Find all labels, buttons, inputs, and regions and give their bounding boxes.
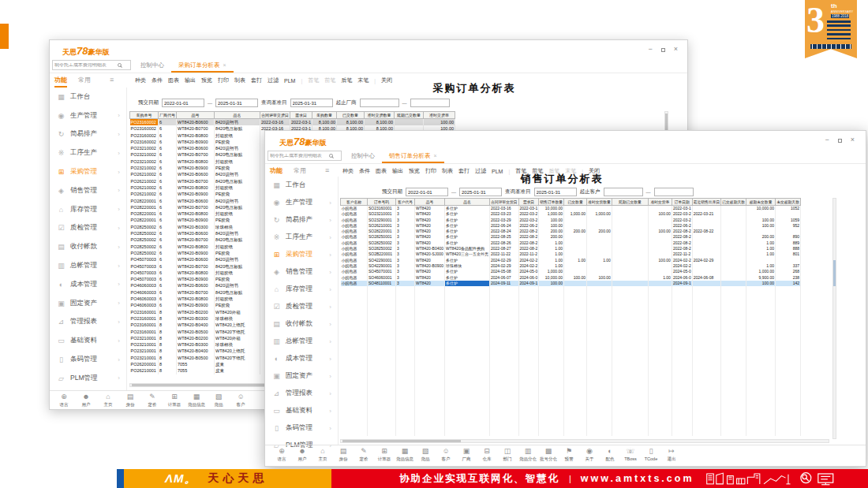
sidebar-item-ledger[interactable]: ▥总帐管理›	[50, 256, 126, 275]
cell-item-no[interactable]: WT8420-B0300	[177, 315, 215, 322]
cell-vendor-code[interactable]: 6	[159, 296, 177, 302]
cell-order-date[interactable]: 2024-02-2	[672, 263, 692, 269]
cell-customer-name[interactable]: 小皖电器	[341, 263, 368, 269]
cell-overdue-undelivered-qty[interactable]: 1.00	[746, 246, 776, 251]
cell-ontime-rate[interactable]: 100.00	[648, 258, 672, 263]
cell-demand-date[interactable]: 2024-05-0	[518, 269, 539, 274]
cell-po-no[interactable]: PO28220001	[130, 204, 159, 210]
cell-item-no[interactable]: 7055	[177, 367, 215, 374]
cell-item-no[interactable]: 7055	[177, 361, 215, 367]
cell-customer-code[interactable]: 3	[396, 206, 415, 212]
cell-late-delivered-qty[interactable]	[612, 206, 648, 212]
cell-customer-name[interactable]: 小皖电器	[341, 229, 368, 234]
cell-delivered-qty[interactable]	[564, 218, 587, 223]
cell-customer-code[interactable]: 3	[396, 240, 415, 246]
cell-item-name[interactable]: 封箱胶纸	[215, 184, 260, 191]
cell-item-name[interactable]: 8420电压标贴	[215, 263, 260, 270]
menu-template-print[interactable]: 套打	[251, 76, 262, 84]
cell-ontime-rate[interactable]	[648, 240, 672, 246]
cell-so-qty[interactable]: 100.00	[539, 281, 564, 286]
cell-order-date[interactable]: 2022-03-2	[672, 211, 692, 217]
cell-item-no[interactable]: WT8420-B0900	[177, 139, 215, 145]
cell-contract-review-date[interactable]: 2022-06-24	[489, 223, 518, 229]
cell-so-no[interactable]: SO28250002	[368, 240, 396, 246]
cell-vendor-code[interactable]: 8	[159, 315, 177, 322]
cell-last-shipment-date[interactable]: 2022-03-21	[692, 211, 721, 217]
cell-po-no[interactable]: PO26210002	[130, 171, 159, 177]
cell-contract-review-date[interactable]: 2022-08-26	[489, 240, 518, 246]
cell-delivered-overdue-days[interactable]	[721, 246, 746, 251]
cell-delivered-qty[interactable]	[564, 269, 587, 274]
cell-po-no[interactable]: PO46060003	[130, 302, 159, 308]
report-search-box[interactable]	[268, 151, 342, 161]
toolbar-item-item-info[interactable]: ▦货品信息	[395, 447, 415, 462]
grid-vertical-scrollbar[interactable]	[832, 198, 836, 439]
tab-sales-analysis[interactable]: 销售订单分析表×	[382, 148, 444, 163]
cell-delivered-qty[interactable]: 100.00	[564, 275, 587, 281]
cell-item-name[interactable]: 皮束	[215, 367, 260, 374]
search-input[interactable]	[54, 63, 118, 68]
cell-item-no[interactable]: WT8420-B0300	[177, 224, 215, 230]
date-from-input[interactable]	[406, 188, 448, 196]
cell-overdue-undelivered-qty[interactable]: 9,900.00	[746, 275, 776, 281]
cell-item-name[interactable]: PE胶袋	[215, 302, 260, 308]
cell-delivered-qty[interactable]: 1.00	[564, 258, 587, 263]
scrollbar-thumb[interactable]	[342, 440, 461, 442]
restore-button[interactable]	[838, 136, 842, 143]
cell-so-qty[interactable]: 100.00	[539, 223, 564, 229]
sidebar-item-reports[interactable]: ⊿管理报表›	[265, 385, 338, 402]
cell-vendor-code[interactable]: 8	[159, 341, 177, 348]
menu-chart[interactable]: 图表	[376, 167, 387, 175]
cell-last-shipment-date[interactable]	[692, 251, 721, 257]
toolbar-item-tcode[interactable]: ▯TCode	[641, 447, 661, 461]
cell-item-no[interactable]: WT8420	[415, 223, 445, 229]
vendor-to-input[interactable]	[410, 99, 450, 107]
cell-ontime-qty[interactable]	[587, 251, 612, 257]
cell-po-no[interactable]: PO28220001	[130, 198, 159, 204]
toolbar-item-department[interactable]: ◫部门	[497, 447, 518, 462]
cell-last-shipment-date[interactable]	[692, 269, 721, 274]
cell-item-no[interactable]: WT8420	[415, 281, 445, 286]
cell-late-delivered-qty[interactable]	[612, 258, 648, 263]
sidebar-item-cost[interactable]: ◐成本管理›	[50, 275, 126, 294]
cell-customer-name[interactable]: 小皖电器	[341, 211, 368, 217]
sidebar-item-process-production[interactable]: ※工序生产›	[265, 229, 338, 246]
cell-vendor-code[interactable]: 6	[159, 244, 177, 250]
cell-so-qty[interactable]: 1.00	[539, 240, 564, 246]
cell-delivered-qty[interactable]	[564, 240, 587, 246]
toolbar-item-calculator[interactable]: ⊞计算器	[374, 447, 395, 462]
cell-undelivered-overdue-days[interactable]: 142	[776, 281, 801, 286]
cell-contract-review-date[interactable]: 2024-02-29	[489, 263, 518, 269]
cell-po-no[interactable]: PO28250002	[130, 250, 159, 256]
cell-item-no[interactable]: WT8420-B0700	[177, 289, 215, 296]
cell-po-no[interactable]: PO26200001	[130, 361, 159, 367]
cell-vendor-code[interactable]: 6	[159, 217, 177, 223]
cell-customer-code[interactable]: 3	[396, 258, 415, 263]
cell-vendor-code[interactable]: 8	[159, 309, 177, 315]
cell-purchase-qty[interactable]: 8,100.00	[312, 119, 337, 126]
cell-po-no[interactable]: PO26210002	[130, 184, 159, 191]
cell-po-no[interactable]: PO23160002	[130, 119, 159, 126]
sidebar-item-plm[interactable]: ▱PLM管理›	[50, 369, 126, 388]
cell-vendor-code[interactable]: 6	[159, 250, 177, 256]
cell-so-qty[interactable]: 10,000.00	[539, 275, 564, 281]
cell-po-no[interactable]: PO23210002	[130, 158, 159, 165]
cell-item-name[interactable]: 多仕炉	[445, 240, 490, 246]
cell-undelivered-overdue-days[interactable]: 888	[776, 246, 801, 251]
toolbar-item-language[interactable]: ⊕语言	[271, 447, 292, 462]
cell-vendor-code[interactable]: 6	[159, 139, 177, 145]
cell-item-name[interactable]: 封箱胶纸	[215, 210, 260, 217]
cell-delivered-overdue-days[interactable]	[721, 240, 746, 246]
menu-condition[interactable]: 条件	[359, 167, 370, 175]
cell-undelivered-overdue-days[interactable]: 1059	[776, 218, 801, 223]
tab-purchase-analysis[interactable]: 采购订单分析表×	[171, 58, 234, 73]
cell-po-no[interactable]: PO23160001	[130, 322, 159, 328]
cell-ontime-qty[interactable]	[587, 269, 612, 274]
cell-last-shipment-date[interactable]	[692, 234, 721, 240]
cell-item-no[interactable]: WT8420-B0700	[177, 151, 215, 158]
cell-ontime-rate[interactable]	[648, 218, 672, 223]
cell-item-name[interactable]: 多仕炉	[445, 234, 490, 240]
cell-demand-date[interactable]: 2022-11-2	[518, 251, 539, 257]
cell-item-name[interactable]: PE胶袋	[215, 165, 260, 171]
cell-ontime-qty[interactable]: 100.00	[587, 275, 612, 281]
